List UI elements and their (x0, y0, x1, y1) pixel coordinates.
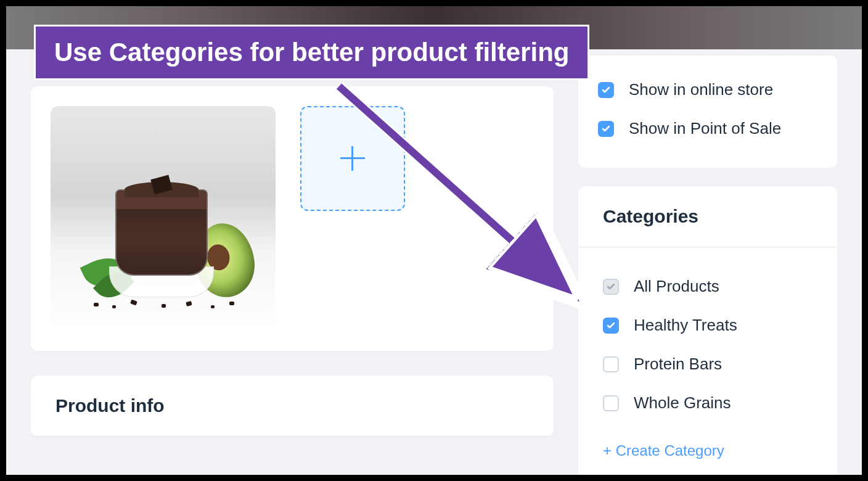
visibility-label: Show in Point of Sale (629, 119, 781, 138)
checkbox-pos[interactable] (598, 121, 614, 137)
checkbox-protein-bars[interactable] (603, 356, 619, 372)
main-content: Product info Show in online store Show i… (6, 49, 862, 475)
images-card (31, 86, 554, 351)
product-info-card: Product info (31, 376, 554, 437)
visibility-label: Show in online store (629, 80, 773, 99)
categories-body: All Products Healthy Treats Protein Bars… (578, 247, 837, 479)
category-label: All Products (634, 277, 719, 296)
category-item-whole-grains[interactable]: Whole Grains (603, 393, 813, 413)
left-column: Product info (31, 49, 554, 475)
product-image[interactable] (51, 106, 276, 331)
categories-title: Categories (603, 206, 813, 227)
check-icon (601, 85, 611, 95)
add-image-button[interactable] (300, 106, 405, 211)
checkbox-all-products[interactable] (603, 279, 619, 295)
create-category-link[interactable]: + Create Category (603, 442, 724, 459)
checkbox-online-store[interactable] (598, 82, 614, 98)
category-item-healthy-treats[interactable]: Healthy Treats (603, 316, 813, 335)
categories-card: Categories All Products Healthy Treats (578, 186, 837, 479)
category-label: Healthy Treats (634, 316, 737, 335)
product-info-title: Product info (55, 395, 529, 416)
callout-text: Use Categories for better product filter… (54, 38, 569, 67)
categories-header: Categories (578, 186, 837, 247)
category-item-all-products[interactable]: All Products (603, 277, 813, 296)
check-icon (601, 124, 611, 134)
category-item-protein-bars[interactable]: Protein Bars (603, 355, 813, 374)
checkbox-whole-grains[interactable] (603, 395, 619, 411)
right-column: Show in online store Show in Point of Sa… (578, 49, 837, 475)
category-label: Protein Bars (634, 355, 722, 374)
visibility-item-pos[interactable]: Show in Point of Sale (598, 119, 817, 138)
visibility-card: Show in online store Show in Point of Sa… (578, 56, 837, 168)
product-info-header: Product info (31, 376, 554, 437)
visibility-item-online-store[interactable]: Show in online store (598, 80, 817, 99)
plus-icon (340, 146, 365, 171)
callout-banner: Use Categories for better product filter… (34, 25, 589, 80)
checkbox-healthy-treats[interactable] (603, 318, 619, 334)
check-icon (606, 321, 616, 331)
category-label: Whole Grains (634, 393, 731, 413)
check-icon (606, 282, 616, 292)
